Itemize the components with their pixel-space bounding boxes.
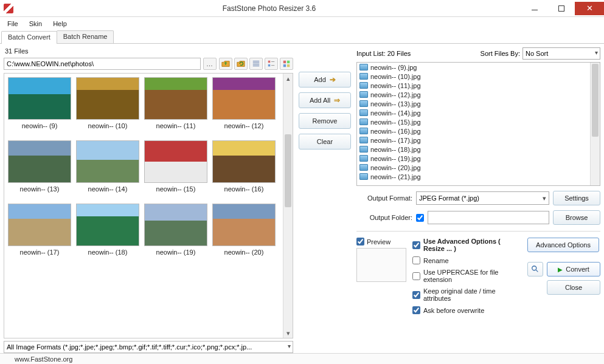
svg-rect-3 <box>287 61 290 63</box>
menu-bar: File Skin Help <box>0 17 604 30</box>
thumbnail-item[interactable]: neowin-- (20) <box>211 204 277 256</box>
image-file-icon <box>359 118 368 125</box>
file-count-label: 31 Files <box>4 46 293 57</box>
view-thumbs-icon[interactable] <box>280 58 293 70</box>
thumbnail-label: neowin-- (12) <box>211 122 277 129</box>
minimize-button[interactable] <box>521 2 548 15</box>
file-list-item[interactable]: neowin-- (9).jpg <box>357 63 600 72</box>
menu-help[interactable]: Help <box>48 19 72 29</box>
thumbnail-item[interactable]: neowin-- (18) <box>75 204 141 256</box>
thumbnail-item[interactable]: neowin-- (17) <box>7 204 72 256</box>
keep-date-checkbox[interactable] <box>412 291 420 299</box>
maximize-button[interactable] <box>548 2 575 15</box>
file-list-item[interactable]: neowin-- (15).jpg <box>357 117 600 126</box>
svg-rect-2 <box>283 61 286 63</box>
file-list-item[interactable]: neowin-- (12).jpg <box>357 90 600 99</box>
image-file-icon <box>359 155 368 162</box>
file-list-item[interactable]: neowin-- (19).jpg <box>357 154 600 163</box>
thumbnail-label: neowin-- (9) <box>7 122 72 129</box>
app-icon <box>4 4 13 13</box>
input-file-list[interactable]: neowin-- (9).jpgneowin-- (10).jpgneowin-… <box>356 62 600 186</box>
image-file-icon <box>359 82 368 89</box>
thumbnail-image <box>212 77 276 120</box>
close-window-button[interactable]: ✕ <box>575 2 604 15</box>
file-name: neowin-- (11).jpg <box>370 82 421 89</box>
use-advanced-checkbox[interactable] <box>412 241 420 249</box>
thumbs-scrollbar[interactable]: ▴ ▾ <box>283 74 293 338</box>
input-list-label: Input List: 20 Files <box>356 50 411 57</box>
thumbnail-item[interactable]: neowin-- (19) <box>143 204 209 256</box>
convert-button[interactable]: ▶Convert <box>547 262 600 276</box>
thumbnail-item[interactable]: neowin-- (16) <box>211 140 277 193</box>
filelist-scrollbar[interactable] <box>590 63 600 185</box>
file-list-item[interactable]: neowin-- (17).jpg <box>357 136 600 145</box>
image-file-icon <box>359 173 368 180</box>
menu-file[interactable]: File <box>2 19 23 29</box>
file-list-item[interactable]: neowin-- (11).jpg <box>357 81 600 90</box>
preview-zoom-icon[interactable] <box>527 262 543 276</box>
file-list-item[interactable]: neowin-- (10).jpg <box>357 72 600 81</box>
rename-label: Rename <box>423 257 449 264</box>
file-name: neowin-- (9).jpg <box>370 64 417 71</box>
status-url[interactable]: www.FastStone.org <box>15 355 72 363</box>
thumbnail-browser: neowin-- (9)neowin-- (10)neowin-- (11)ne… <box>4 73 293 338</box>
thumbnail-item[interactable]: neowin-- (9) <box>7 77 72 129</box>
file-list-item[interactable]: neowin-- (14).jpg <box>357 108 600 117</box>
rename-checkbox[interactable] <box>412 256 420 264</box>
thumbnail-label: neowin-- (16) <box>211 185 277 193</box>
sort-combo[interactable]: No Sort ▾ <box>522 47 600 60</box>
image-file-icon <box>359 146 368 153</box>
browse-button[interactable]: Browse <box>553 210 600 225</box>
image-file-icon <box>359 100 368 107</box>
thumbnail-label: neowin-- (15) <box>143 185 209 193</box>
file-name: neowin-- (13).jpg <box>370 100 421 108</box>
browse-path-button[interactable]: … <box>203 58 217 70</box>
tab-batch-convert[interactable]: Batch Convert <box>1 31 57 44</box>
view-details-icon[interactable] <box>249 58 263 70</box>
thumbnail-image <box>8 77 71 120</box>
format-filter-value: All Image Formats (*.jpg;*.jpe;*.jpeg;*.… <box>7 343 252 351</box>
tab-batch-rename[interactable]: Batch Rename <box>57 30 114 43</box>
image-file-icon <box>359 137 368 143</box>
thumbnail-item[interactable]: neowin-- (11) <box>143 77 209 129</box>
file-list-item[interactable]: neowin-- (20).jpg <box>357 163 600 172</box>
view-list-icon[interactable] <box>265 58 278 70</box>
thumbnail-item[interactable]: neowin-- (13) <box>7 140 72 193</box>
image-file-icon <box>359 128 368 134</box>
thumbnail-label: neowin-- (14) <box>75 185 141 193</box>
output-format-combo[interactable]: JPEG Format (*.jpg) ▾ <box>416 191 549 205</box>
thumbnail-image <box>212 204 276 246</box>
up-folder-icon[interactable] <box>219 58 232 70</box>
close-button[interactable]: Close <box>547 280 600 295</box>
remove-button[interactable]: Remove <box>299 113 351 129</box>
preview-checkbox[interactable] <box>356 238 364 246</box>
advanced-options-button[interactable]: Advanced Options <box>527 238 599 252</box>
path-input[interactable] <box>4 58 201 70</box>
uppercase-checkbox[interactable] <box>412 272 420 280</box>
thumbnail-item[interactable]: neowin-- (10) <box>75 77 141 129</box>
ask-overwrite-label: Ask before overwrite <box>423 307 484 314</box>
add-button[interactable]: Add➔ <box>299 72 351 88</box>
output-folder-checkbox[interactable] <box>416 214 424 222</box>
refresh-icon[interactable] <box>234 58 248 70</box>
svg-rect-4 <box>283 64 286 67</box>
clear-button[interactable]: Clear <box>299 134 351 149</box>
thumbnail-item[interactable]: neowin-- (12) <box>211 77 277 129</box>
preview-label: Preview <box>367 238 391 246</box>
thumbnail-image <box>144 77 207 120</box>
ask-overwrite-checkbox[interactable] <box>412 306 420 314</box>
file-list-item[interactable]: neowin-- (16).jpg <box>357 126 600 136</box>
settings-button[interactable]: Settings <box>553 191 600 205</box>
format-filter-combo[interactable]: All Image Formats (*.jpg;*.jpe;*.jpeg;*.… <box>4 341 293 353</box>
file-list-item[interactable]: neowin-- (18).jpg <box>357 145 600 154</box>
thumbnail-item[interactable]: neowin-- (14) <box>75 140 141 193</box>
file-name: neowin-- (18).jpg <box>370 146 421 153</box>
menu-skin[interactable]: Skin <box>24 19 47 29</box>
add-all-button[interactable]: Add All⇒ <box>299 92 351 108</box>
output-folder-input[interactable] <box>428 211 549 224</box>
svg-point-6 <box>532 266 536 270</box>
tab-row: Batch Convert Batch Rename <box>0 30 604 44</box>
file-list-item[interactable]: neowin-- (13).jpg <box>357 99 600 108</box>
thumbnail-item[interactable]: neowin-- (15) <box>143 140 209 193</box>
file-list-item[interactable]: neowin-- (21).jpg <box>357 172 600 181</box>
